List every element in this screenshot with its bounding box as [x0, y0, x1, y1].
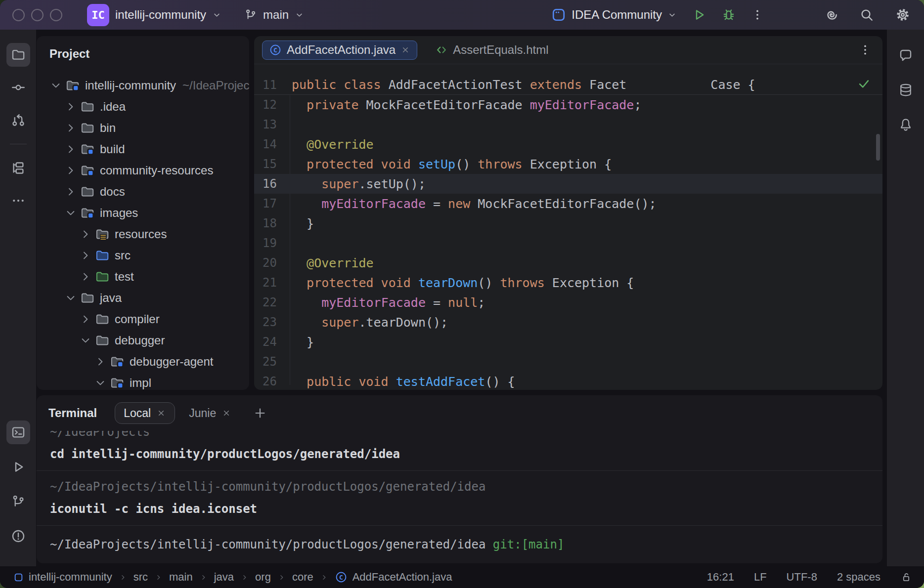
editor-tab-AssertEquals.html[interactable]: AssertEquals.html	[435, 43, 548, 57]
close-tab-icon[interactable]	[221, 408, 231, 418]
breadcrumb-java[interactable]: java	[214, 571, 234, 584]
line-number[interactable]: 16	[254, 177, 277, 191]
status-widget-2-spaces[interactable]: 2 spaces	[837, 571, 880, 584]
code-line-26[interactable]: 26 public void testAddFacet() {	[254, 372, 882, 390]
code-line-19[interactable]: 19	[254, 233, 882, 253]
more-run-options-button[interactable]	[750, 6, 765, 23]
code-line-17[interactable]: 17 myEditorFacade = new MockFacetEditorF…	[254, 194, 882, 213]
terminal-tab-Local[interactable]: Local	[115, 402, 175, 424]
code-line-20[interactable]: 20 @Override	[254, 253, 882, 273]
terminal-tab-Junie[interactable]: Junie	[179, 407, 241, 420]
chevron-right-icon[interactable]	[64, 164, 77, 177]
branch-widget[interactable]: main	[244, 8, 304, 22]
chevron-right-icon[interactable]	[79, 249, 92, 262]
close-tab-icon[interactable]	[400, 45, 410, 55]
tree-item-java[interactable]: java	[37, 287, 249, 308]
tool-database-button[interactable]	[894, 79, 917, 101]
code-editor[interactable]: 11public class AddFacetActionTest extend…	[254, 64, 882, 390]
editor-scrollbar[interactable]	[876, 134, 880, 161]
chevron-down-icon[interactable]	[64, 207, 77, 219]
tool-run-button[interactable]	[6, 455, 30, 479]
chevron-right-icon[interactable]	[64, 143, 77, 156]
line-number[interactable]: 21	[254, 276, 277, 290]
tree-item-docs[interactable]: docs	[37, 181, 249, 202]
line-number[interactable]: 11	[254, 78, 277, 92]
project-widget[interactable]: IC intellij-community	[87, 4, 221, 26]
breadcrumb-main[interactable]: main	[169, 571, 193, 584]
tree-item-build[interactable]: build	[37, 138, 249, 160]
status-widget-utf-8[interactable]: UTF-8	[787, 571, 817, 584]
tree-item-resources[interactable]: resources	[37, 223, 249, 245]
close-window-icon[interactable]	[12, 9, 25, 21]
chevron-right-icon[interactable]	[64, 100, 77, 113]
line-number[interactable]: 12	[254, 98, 277, 112]
tool-terminal-button[interactable]	[6, 420, 30, 444]
tool-more-button[interactable]	[6, 189, 30, 212]
code-line-16[interactable]: 16 super.setUp();	[254, 174, 882, 194]
tree-item-src[interactable]: src	[37, 245, 249, 266]
code-line-25[interactable]: 25	[254, 352, 882, 372]
line-number[interactable]: 18	[254, 216, 277, 230]
tree-item-images[interactable]: images	[37, 202, 249, 223]
tree-item-compiler[interactable]: compiler	[37, 308, 249, 330]
code-line-14[interactable]: 14 @Override	[254, 134, 882, 154]
maximize-window-icon[interactable]	[50, 9, 62, 21]
minimize-window-icon[interactable]	[31, 9, 44, 21]
line-number[interactable]: 19	[254, 236, 277, 250]
breadcrumb-src[interactable]: src	[133, 571, 148, 584]
chevron-right-icon[interactable]	[94, 355, 107, 368]
tree-item-debugger-agent[interactable]: debugger-agent	[37, 351, 249, 372]
tree-item-intellij-community[interactable]: intellij-community~/IdeaProjec	[37, 75, 249, 96]
chevron-right-icon[interactable]	[64, 122, 77, 134]
close-tab-icon[interactable]	[156, 408, 166, 418]
code-line-15[interactable]: 15 protected void setUp() throws Excepti…	[254, 154, 882, 174]
code-line-23[interactable]: 23 super.tearDown();	[254, 312, 882, 332]
code-line-22[interactable]: 22 myEditorFacade = null;	[254, 293, 882, 312]
breadcrumb-intellij-community[interactable]: intellij-community	[13, 571, 112, 584]
editor-tab-AddFacetAction.java[interactable]: CAddFacetAction.java	[262, 41, 417, 60]
code-line-24[interactable]: 24 }	[254, 332, 882, 352]
line-number[interactable]: 14	[254, 137, 277, 151]
settings-button[interactable]	[893, 5, 912, 24]
status-widget-lf[interactable]: LF	[754, 571, 767, 584]
chevron-down-icon[interactable]	[49, 79, 62, 92]
code-line-11[interactable]: 11public class AddFacetActionTest extend…	[254, 75, 882, 95]
line-number[interactable]: 25	[254, 355, 277, 369]
chevron-down-icon[interactable]	[79, 334, 92, 347]
tool-git-button[interactable]	[6, 490, 30, 513]
tree-item-test[interactable]: test	[37, 266, 249, 287]
line-number[interactable]: 23	[254, 315, 277, 329]
tree-item-impl[interactable]: impl	[37, 372, 249, 390]
breadcrumb-org[interactable]: org	[255, 571, 271, 584]
new-terminal-tab-button[interactable]	[253, 406, 267, 420]
line-number[interactable]: 24	[254, 335, 277, 349]
line-number[interactable]: 17	[254, 197, 277, 210]
debug-button[interactable]	[720, 6, 737, 23]
chevron-down-icon[interactable]	[64, 292, 77, 304]
breadcrumb-AddFacetAction.java[interactable]: CAddFacetAction.java	[335, 571, 452, 584]
chevron-right-icon[interactable]	[64, 185, 77, 198]
tree-item-community-resources[interactable]: community-resources	[37, 160, 249, 181]
run-button[interactable]	[691, 6, 707, 23]
terminal-output[interactable]: ~/IdeaProjectscd intellij-community/prod…	[37, 425, 882, 553]
lock-open-icon[interactable]	[900, 571, 912, 583]
line-number[interactable]: 20	[254, 256, 277, 270]
tree-item-bin[interactable]: bin	[37, 117, 249, 138]
tool-notifications-button[interactable]	[894, 114, 917, 135]
inspections-ok-icon[interactable]	[857, 77, 871, 90]
chevron-down-icon[interactable]	[94, 377, 107, 389]
chevron-right-icon[interactable]	[79, 270, 92, 283]
code-line-13[interactable]: 13	[254, 115, 882, 134]
search-everywhere-button[interactable]	[858, 6, 876, 24]
tool-commit-button[interactable]	[6, 76, 30, 99]
code-line-21[interactable]: 21 protected void tearDown() throws Exce…	[254, 273, 882, 293]
tool-pull-requests-button[interactable]	[6, 108, 30, 132]
ai-assistant-button[interactable]	[822, 6, 840, 24]
tool-project-button[interactable]	[6, 43, 30, 67]
tool-ai-assistant-button[interactable]	[894, 44, 917, 66]
line-number[interactable]: 13	[254, 118, 277, 131]
line-number[interactable]: 26	[254, 375, 277, 388]
editor-options-icon[interactable]	[859, 43, 872, 56]
run-configuration-widget[interactable]: IDEA Community	[551, 7, 677, 22]
tree-item-.idea[interactable]: .idea	[37, 96, 249, 117]
